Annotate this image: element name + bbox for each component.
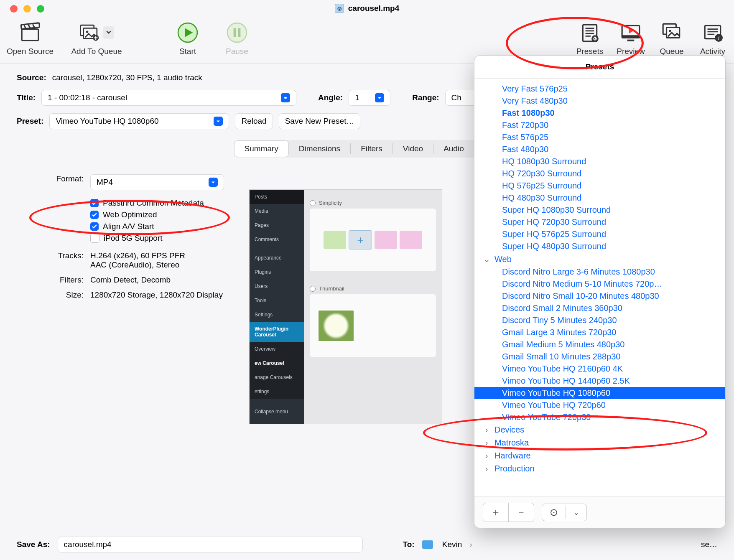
preset-category[interactable]: ›Matroska — [474, 436, 725, 449]
preset-item[interactable]: Discord Nitro Medium 5-10 Minutes 720p… — [474, 278, 725, 290]
preset-actions-chevron[interactable]: ⌄ — [566, 506, 586, 519]
preset-item[interactable]: HQ 1080p30 Surround — [474, 155, 725, 168]
save-as-footer: Save As: To: Kevin › se… — [0, 537, 734, 552]
format-select[interactable]: MP4 — [90, 174, 224, 190]
chevron-down-icon: ⌄ — [483, 254, 490, 264]
summary-kv: Format: MP4 Passthru Common Metadata Web… — [33, 174, 224, 300]
preset-category[interactable]: ›Hardware — [474, 449, 725, 462]
preset-actions: ⊙ ⌄ — [542, 504, 587, 521]
ipod-checkbox-row[interactable]: iPod 5G Support — [90, 234, 224, 243]
tab-summary[interactable]: Summary — [234, 141, 288, 157]
preset-item[interactable]: Super HQ 1080p30 Surround — [474, 204, 725, 216]
to-folder[interactable]: Kevin — [442, 540, 462, 549]
preset-item[interactable]: Very Fast 480p30 — [474, 95, 725, 107]
tab-dimensions[interactable]: Dimensions — [289, 141, 350, 157]
preset-item[interactable]: Vimeo YouTube HQ 1440p60 2.5K — [474, 375, 725, 387]
preset-item[interactable]: Discord Nitro Small 10-20 Minutes 480p30 — [474, 290, 725, 302]
source-label: Source: — [17, 73, 46, 82]
start-button[interactable]: Start — [169, 22, 206, 56]
presets-toolbar-button[interactable]: Presets — [575, 22, 604, 56]
tracks-line2: AAC (CoreAudio), Stereo — [90, 260, 224, 270]
add-to-queue-chevron[interactable] — [103, 26, 114, 39]
preview-toolbar-button[interactable]: Preview — [616, 22, 645, 56]
preset-actions-button[interactable]: ⊙ — [542, 504, 566, 521]
activity-icon: i — [702, 22, 723, 43]
preset-select[interactable]: Vimeo YouTube HQ 1080p60 — [49, 113, 229, 129]
pause-icon — [227, 22, 247, 43]
settings-tabs: Summary Dimensions Filters Video Audio S — [234, 140, 501, 158]
add-to-queue-button[interactable]: Add To Queue — [65, 22, 128, 56]
presets-icon — [579, 22, 600, 43]
window-title-text: carousel.mp4 — [348, 4, 400, 13]
queue-toolbar-button[interactable]: Queue — [657, 22, 686, 56]
activity-toolbar-button[interactable]: i Activity — [698, 22, 727, 56]
tab-audio[interactable]: Audio — [433, 141, 474, 157]
checkbox-unchecked-icon — [90, 234, 99, 243]
preset-item[interactable]: Very Fast 576p25 — [474, 83, 725, 95]
dropdown-icon — [209, 178, 218, 187]
size-value: 1280x720 Storage, 1280x720 Display — [90, 290, 224, 300]
size-label: Size: — [33, 290, 84, 300]
angle-select[interactable]: 1 — [349, 90, 390, 106]
preset-label: Preset: — [17, 117, 43, 126]
preset-item[interactable]: Vimeo YouTube HQ 1080p60 — [474, 387, 725, 399]
preset-item[interactable]: Super HQ 720p30 Surround — [474, 216, 725, 228]
preset-item[interactable]: HQ 720p30 Surround — [474, 168, 725, 180]
preset-category-web[interactable]: ⌄ Web — [474, 252, 725, 266]
checkbox-checked-icon — [90, 222, 99, 231]
passthru-checkbox-row[interactable]: Passthru Common Metadata — [90, 199, 224, 208]
close-window-button[interactable] — [10, 5, 18, 13]
preset-item[interactable]: Super HQ 480p30 Surround — [474, 240, 725, 252]
to-label: To: — [403, 540, 415, 549]
preset-item[interactable]: HQ 480p30 Surround — [474, 192, 725, 204]
chevron-right-icon: › — [483, 451, 490, 461]
title-select[interactable]: 1 - 00:02:18 - carousel — [41, 90, 296, 106]
preset-item[interactable]: Vimeo YouTube HQ 2160p60 4K — [474, 363, 725, 375]
pause-button: Pause — [218, 22, 256, 56]
preset-item[interactable]: Gmail Large 3 Minutes 720p30 — [474, 326, 725, 339]
preset-item[interactable]: Fast 480p30 — [474, 143, 725, 155]
presets-list[interactable]: Very Fast 576p25Very Fast 480p30Fast 108… — [474, 79, 725, 496]
presets-popover: Presets Very Fast 576p25Very Fast 480p30… — [474, 55, 726, 528]
preset-item[interactable]: Vimeo YouTube 720p30 — [474, 411, 725, 423]
remove-preset-button[interactable]: － — [508, 503, 534, 522]
tab-video[interactable]: Video — [393, 141, 433, 157]
chevron-right-icon: › — [483, 425, 490, 435]
browse-button-truncated[interactable]: se… — [701, 540, 717, 549]
preview-sidebar: Posts Media Pages Comments Appearance Pl… — [250, 190, 304, 424]
preset-item[interactable]: Fast 576p25 — [474, 131, 725, 143]
filters-value: Comb Detect, Decomb — [90, 275, 224, 285]
preset-item[interactable]: Gmail Small 10 Minutes 288p30 — [474, 351, 725, 363]
preset-item[interactable]: Fast 720p30 — [474, 119, 725, 131]
save-as-input[interactable] — [58, 537, 363, 552]
window-controls — [10, 5, 44, 13]
svg-rect-15 — [627, 40, 635, 41]
zoom-window-button[interactable] — [37, 5, 44, 13]
tab-filters[interactable]: Filters — [351, 141, 392, 157]
preset-item[interactable]: Fast 1080p30 — [474, 107, 725, 119]
preset-item[interactable]: Discord Small 2 Minutes 360p30 — [474, 302, 725, 314]
preset-item[interactable]: Discord Tiny 5 Minutes 240p30 — [474, 314, 725, 326]
title-label: Title: — [17, 93, 36, 102]
save-as-label: Save As: — [17, 540, 50, 549]
tracks-label: Tracks: — [33, 251, 84, 260]
svg-rect-8 — [234, 28, 236, 37]
preset-item[interactable]: HQ 576p25 Surround — [474, 180, 725, 192]
save-new-preset-button[interactable]: Save New Preset… — [279, 113, 361, 129]
preset-category[interactable]: ›Devices — [474, 423, 725, 436]
preset-item[interactable]: Vimeo YouTube HQ 720p60 — [474, 399, 725, 411]
minimize-window-button[interactable] — [23, 5, 31, 13]
svg-rect-14 — [622, 35, 640, 38]
preset-add-remove: ＋ － — [483, 503, 534, 522]
open-source-button[interactable]: Open Source — [7, 22, 54, 56]
web-optimized-checkbox-row[interactable]: Web Optimized — [90, 210, 224, 219]
queue-icon — [661, 22, 682, 43]
preset-item[interactable]: Gmail Medium 5 Minutes 480p30 — [474, 339, 725, 351]
window-title: ◎ carousel.mp4 — [335, 4, 400, 13]
preset-category[interactable]: ›Production — [474, 462, 725, 475]
preset-item[interactable]: Discord Nitro Large 3-6 Minutes 1080p30 — [474, 266, 725, 278]
reload-button[interactable]: Reload — [235, 113, 273, 129]
preset-item[interactable]: Super HQ 576p25 Surround — [474, 228, 725, 240]
align-av-checkbox-row[interactable]: Align A/V Start — [90, 222, 224, 231]
add-preset-button[interactable]: ＋ — [483, 503, 508, 522]
